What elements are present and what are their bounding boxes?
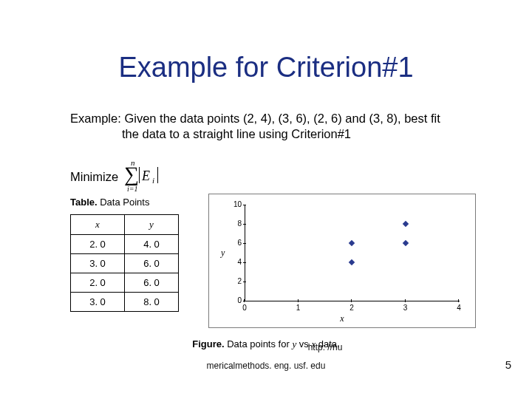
cell-y: 6. 0 [125, 273, 179, 293]
table-caption: Table. Data Points [70, 197, 149, 208]
th-y: y [125, 215, 179, 235]
y-tick: 8 [231, 219, 242, 228]
cell-x: 3. 0 [71, 293, 125, 312]
page-number: 5 [505, 358, 511, 371]
x-tick: 0 [241, 304, 248, 312]
data-table: x y 2. 0 4. 0 3. 0 6. 0 2. 0 6. 0 3. 0 8… [70, 214, 179, 312]
y-tick: 6 [231, 239, 242, 247]
minimize-label: Minimize [70, 170, 118, 184]
y-tick: 0 [231, 296, 242, 304]
example-line2: the data to a straight line using Criter… [70, 126, 351, 142]
example-prefix: Example: [70, 112, 121, 125]
cell-x: 2. 0 [71, 273, 125, 293]
example-line1: Given the data points (2, 4), (3, 6), (2… [124, 112, 440, 125]
table-caption-bold: Table. [70, 197, 98, 208]
footer-url-overlay: http: //nu [0, 342, 532, 352]
slide: Example for Criterion#1 Example: Given t… [0, 0, 532, 399]
plot-area [245, 205, 460, 301]
th-x: x [71, 215, 125, 235]
cell-x: 2. 0 [71, 235, 125, 254]
sigma-icon: ∑ [124, 164, 139, 185]
footer-url: mericalmethods. eng. usf. edu [0, 361, 532, 371]
table-header-row: x y [71, 215, 179, 235]
table-row: 3. 0 8. 0 [71, 293, 179, 312]
x-tick: 3 [402, 304, 409, 312]
x-axis-label: x [209, 313, 475, 324]
slide-title: Example for Criterion#1 [0, 52, 532, 83]
x-tick: 2 [348, 304, 355, 312]
cell-y: 6. 0 [125, 254, 179, 273]
sum-term-var: E [142, 168, 150, 184]
sum-lower: i=1 [127, 185, 138, 193]
sum-formula: n ∑ i=1 E i [120, 163, 164, 191]
y-axis-label: y [221, 248, 225, 259]
y-tick: 10 [231, 200, 242, 208]
table-row: 2. 0 6. 0 [71, 273, 179, 293]
x-tick: 4 [455, 304, 463, 312]
y-tick: 4 [231, 258, 242, 266]
scatter-chart: y x 024681001234 [208, 194, 476, 328]
y-tick: 2 [231, 277, 242, 285]
table-row: 2. 0 4. 0 [71, 235, 179, 254]
sum-term-sub: i [152, 176, 154, 185]
cell-y: 8. 0 [125, 293, 179, 312]
table-row: 3. 0 6. 0 [71, 254, 179, 273]
example-text: Example: Given the data points (2, 4), (… [70, 111, 473, 142]
cell-y: 4. 0 [125, 235, 179, 254]
cell-x: 3. 0 [71, 254, 125, 273]
minimize-row: Minimize n ∑ i=1 E i [70, 163, 164, 191]
table-caption-rest: Data Points [98, 197, 150, 208]
x-tick: 1 [295, 304, 302, 312]
